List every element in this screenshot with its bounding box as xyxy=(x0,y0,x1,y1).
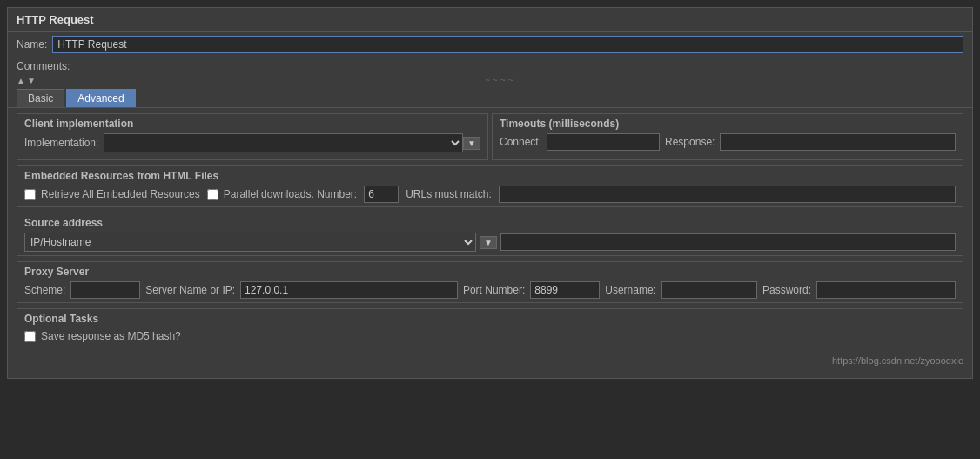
top-sections: Client implementation Implementation: ▼ … xyxy=(17,113,963,160)
proxy-server-section: Proxy Server Scheme: Server Name or IP: … xyxy=(17,261,963,303)
embedded-resources-row: Retrieve All Embedded Resources Parallel… xyxy=(24,186,956,203)
parallel-checkbox-row: Parallel downloads. Number: xyxy=(207,186,357,202)
connect-label: Connect: xyxy=(500,136,541,148)
server-name-input[interactable] xyxy=(240,281,458,299)
http-request-window: HTTP Request Name: Comments: ▲ ▼ ~~~~ Ba… xyxy=(7,7,973,379)
timeouts-section: Timeouts (milliseconds) Connect: Respons… xyxy=(492,113,963,160)
optional-tasks-section: Optional Tasks Save response as MD5 hash… xyxy=(17,308,963,348)
parallel-checkbox[interactable] xyxy=(207,189,218,200)
username-label: Username: xyxy=(605,284,656,296)
optional-tasks-title: Optional Tasks xyxy=(24,313,956,325)
source-address-title: Source address xyxy=(24,217,956,229)
parallel-label: Parallel downloads. Number: xyxy=(224,188,357,200)
urls-must-match-input[interactable] xyxy=(499,186,956,203)
embedded-resources-section: Embedded Resources from HTML Files Retri… xyxy=(17,165,963,207)
client-impl-title: Client implementation xyxy=(24,118,480,130)
tab-basic[interactable]: Basic xyxy=(17,89,64,107)
source-address-section: Source address IP/Hostname ▼ xyxy=(17,213,963,256)
window-title: HTTP Request xyxy=(8,8,972,32)
password-label: Password: xyxy=(762,284,811,296)
server-name-label: Server Name or IP: xyxy=(145,284,235,296)
impl-dropdown-btn[interactable]: ▼ xyxy=(463,137,480,150)
source-ip-input[interactable] xyxy=(500,233,956,251)
timeouts-row: Connect: Response: xyxy=(500,133,956,151)
embedded-resources-title: Embedded Resources from HTML Files xyxy=(24,170,956,182)
password-input[interactable] xyxy=(816,281,956,299)
scheme-input[interactable] xyxy=(70,281,140,299)
client-implementation-section: Client implementation Implementation: ▼ xyxy=(17,113,488,160)
scheme-label: Scheme: xyxy=(24,284,65,296)
name-row: Name: xyxy=(8,32,972,57)
save-md5-checkbox[interactable] xyxy=(24,331,36,342)
ip-type-dropdown-btn[interactable]: ▼ xyxy=(480,236,497,249)
source-address-row: IP/Hostname ▼ xyxy=(24,233,956,252)
impl-label: Implementation: xyxy=(24,137,98,149)
proxy-server-title: Proxy Server xyxy=(24,266,956,278)
comments-label: Comments: xyxy=(17,60,70,72)
implementation-row: Implementation: ▼ xyxy=(24,133,480,152)
comments-row: Comments: xyxy=(8,57,972,76)
name-label: Name: xyxy=(17,38,47,51)
footer: https://blog.csdn.net/zyooooxie xyxy=(8,352,972,369)
footer-link: https://blog.csdn.net/zyooooxie xyxy=(832,355,963,366)
parallel-number-input[interactable] xyxy=(364,186,399,203)
username-input[interactable] xyxy=(661,281,757,299)
comments-controls: ▲ ▼ ~~~~ xyxy=(8,76,972,85)
name-input[interactable] xyxy=(52,36,963,53)
connect-input[interactable] xyxy=(547,133,660,151)
retrieve-checkbox-row: Retrieve All Embedded Resources xyxy=(24,186,200,202)
expand-up-icon[interactable]: ▲ xyxy=(17,76,25,85)
port-label: Port Number: xyxy=(463,284,525,296)
retrieve-checkbox[interactable] xyxy=(24,189,36,200)
tab-advanced[interactable]: Advanced xyxy=(66,89,135,107)
save-md5-label: Save response as MD5 hash? xyxy=(41,330,181,342)
tabs-container: Basic Advanced xyxy=(8,85,972,108)
response-input[interactable] xyxy=(720,133,956,151)
expand-down-icon[interactable]: ▼ xyxy=(27,76,36,85)
save-md5-row: Save response as MD5 hash? xyxy=(24,328,956,344)
timeouts-title: Timeouts (milliseconds) xyxy=(500,118,956,130)
urls-must-match-label: URLs must match: xyxy=(406,188,492,200)
response-label: Response: xyxy=(665,136,715,148)
impl-select-wrap: ▼ xyxy=(104,133,480,152)
retrieve-label: Retrieve All Embedded Resources xyxy=(41,188,200,200)
drag-handle: ~~~~ xyxy=(37,76,963,85)
ip-type-select[interactable]: IP/Hostname xyxy=(24,233,476,252)
impl-select[interactable] xyxy=(104,133,463,152)
port-input[interactable] xyxy=(530,281,600,299)
proxy-row: Scheme: Server Name or IP: Port Number: … xyxy=(24,281,956,299)
